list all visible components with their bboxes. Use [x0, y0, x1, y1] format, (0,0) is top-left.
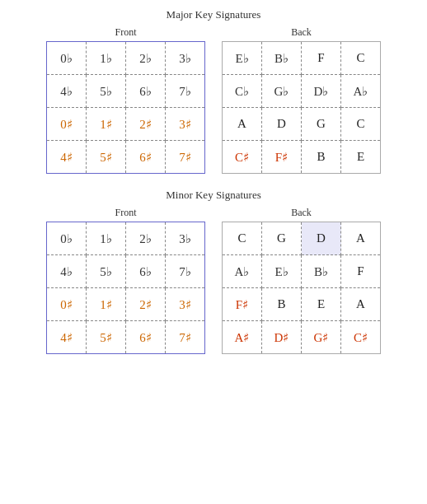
cell: 0♯: [47, 108, 87, 141]
table-row: 0♯ 1♯ 2♯ 3♯: [47, 288, 205, 321]
minor-front: Front 0♭ 1♭ 2♭ 3♭ 4♭ 5♭ 6♭ 7♭ 0♯ 1♯ 2♯: [46, 207, 205, 354]
cell: D♯: [262, 321, 302, 354]
cell: 7♯: [166, 321, 205, 354]
major-front-label: Front: [46, 26, 205, 39]
cell: F: [341, 255, 381, 288]
cell: B♭: [302, 255, 341, 288]
table-row: 4♯ 5♯ 6♯ 7♯: [47, 321, 205, 354]
cell: C♯: [223, 141, 262, 174]
cell: D♭: [302, 75, 341, 108]
cell: 5♯: [87, 321, 126, 354]
cell: 6♭: [126, 255, 166, 288]
table-row: C G D A: [223, 222, 381, 255]
cell: G: [262, 222, 302, 255]
cell: G: [302, 108, 341, 141]
cell: A♭: [341, 75, 381, 108]
major-back-table: E♭ B♭ F C C♭ G♭ D♭ A♭ A D G C: [222, 41, 381, 174]
cell: 1♭: [87, 42, 126, 75]
cell: G♯: [302, 321, 341, 354]
table-row: C♯ F♯ B E: [223, 141, 381, 174]
cell: C: [223, 222, 262, 255]
cell: C♭: [223, 75, 262, 108]
cell: 2♯: [126, 108, 166, 141]
cell: 4♯: [47, 321, 87, 354]
minor-section: Minor Key Signatures Front 0♭ 1♭ 2♭ 3♭ 4…: [8, 189, 419, 354]
minor-back-table: C G D A A♭ E♭ B♭ F F♯ B E A: [222, 222, 381, 354]
cell: G♭: [262, 75, 302, 108]
cell: 3♭: [166, 42, 205, 75]
cell: 1♯: [87, 288, 126, 321]
cell: 1♯: [87, 108, 126, 141]
cell: 2♭: [126, 42, 166, 75]
table-row: A♭ E♭ B♭ F: [223, 255, 381, 288]
cell: 3♯: [166, 108, 205, 141]
major-section: Major Key Signatures Front 0♭ 1♭ 2♭ 3♭ 4…: [8, 8, 419, 174]
cell: 5♯: [87, 141, 126, 174]
cell: 1♭: [87, 222, 126, 255]
major-wrapper: Front 0♭ 1♭ 2♭ 3♭ 4♭ 5♭ 6♭ 7♭ 0♯ 1♯ 2♯: [8, 26, 419, 174]
table-row: 0♭ 1♭ 2♭ 3♭: [47, 42, 205, 75]
table-row: 4♭ 5♭ 6♭ 7♭: [47, 255, 205, 288]
cell: B: [262, 288, 302, 321]
cell: 2♯: [126, 288, 166, 321]
table-row: 0♯ 1♯ 2♯ 3♯: [47, 108, 205, 141]
cell: 0♭: [47, 222, 87, 255]
cell: A♯: [223, 321, 262, 354]
cell: E♭: [262, 255, 302, 288]
cell: F: [302, 42, 341, 75]
minor-front-table: 0♭ 1♭ 2♭ 3♭ 4♭ 5♭ 6♭ 7♭ 0♯ 1♯ 2♯ 3♯: [46, 222, 205, 354]
cell: C: [341, 42, 381, 75]
cell: 5♭: [87, 75, 126, 108]
table-row: E♭ B♭ F C: [223, 42, 381, 75]
major-title: Major Key Signatures: [8, 8, 419, 21]
minor-front-label: Front: [46, 207, 205, 219]
cell: 2♭: [126, 222, 166, 255]
cell: 4♯: [47, 141, 87, 174]
cell: B: [302, 141, 341, 174]
cell: A: [223, 108, 262, 141]
minor-title: Minor Key Signatures: [8, 189, 419, 202]
table-row: A D G C: [223, 108, 381, 141]
cell: 0♯: [47, 288, 87, 321]
cell: 7♭: [166, 75, 205, 108]
table-row: 4♭ 5♭ 6♭ 7♭: [47, 75, 205, 108]
minor-back-label: Back: [222, 207, 381, 219]
major-front: Front 0♭ 1♭ 2♭ 3♭ 4♭ 5♭ 6♭ 7♭ 0♯ 1♯ 2♯: [46, 26, 205, 174]
cell: 5♭: [87, 255, 126, 288]
cell: 4♭: [47, 255, 87, 288]
major-back-label: Back: [222, 26, 381, 39]
cell: C♯: [341, 321, 381, 354]
cell: 6♯: [126, 321, 166, 354]
table-row: C♭ G♭ D♭ A♭: [223, 75, 381, 108]
cell: 7♯: [166, 141, 205, 174]
cell: A: [341, 222, 381, 255]
minor-back: Back C G D A A♭ E♭ B♭ F F♯ B E: [222, 207, 381, 354]
cell: D: [302, 222, 341, 255]
cell: 3♯: [166, 288, 205, 321]
cell: 6♯: [126, 141, 166, 174]
cell: D: [262, 108, 302, 141]
table-row: 4♯ 5♯ 6♯ 7♯: [47, 141, 205, 174]
cell: 0♭: [47, 42, 87, 75]
cell: E♭: [223, 42, 262, 75]
cell: 4♭: [47, 75, 87, 108]
cell: E: [341, 141, 381, 174]
cell: E: [302, 288, 341, 321]
cell: F♯: [223, 288, 262, 321]
major-back: Back E♭ B♭ F C C♭ G♭ D♭ A♭ A D G: [222, 26, 381, 174]
cell: 3♭: [166, 222, 205, 255]
minor-wrapper: Front 0♭ 1♭ 2♭ 3♭ 4♭ 5♭ 6♭ 7♭ 0♯ 1♯ 2♯: [8, 207, 419, 354]
cell: F♯: [262, 141, 302, 174]
cell: C: [341, 108, 381, 141]
cell: A♭: [223, 255, 262, 288]
major-front-table: 0♭ 1♭ 2♭ 3♭ 4♭ 5♭ 6♭ 7♭ 0♯ 1♯ 2♯ 3♯: [46, 41, 205, 174]
cell: A: [341, 288, 381, 321]
table-row: 0♭ 1♭ 2♭ 3♭: [47, 222, 205, 255]
cell: 6♭: [126, 75, 166, 108]
table-row: F♯ B E A: [223, 288, 381, 321]
cell: 7♭: [166, 255, 205, 288]
table-row: A♯ D♯ G♯ C♯: [223, 321, 381, 354]
cell: B♭: [262, 42, 302, 75]
